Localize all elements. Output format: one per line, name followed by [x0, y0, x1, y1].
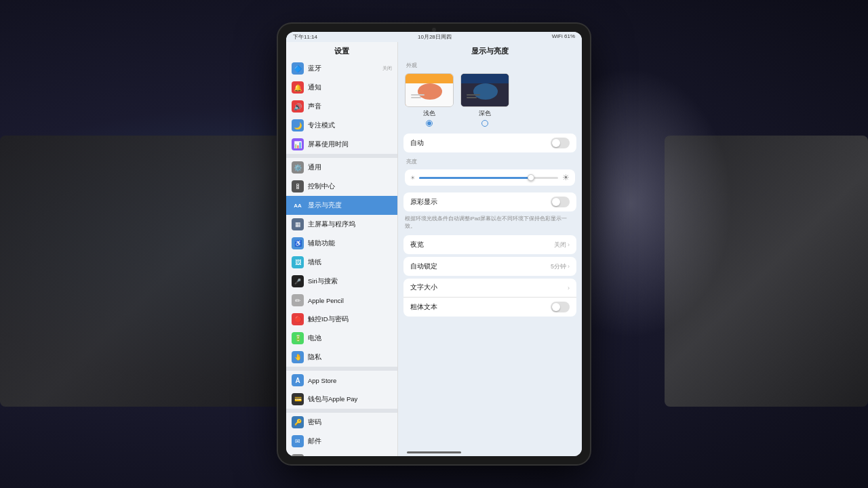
mail-icon: ✉ [292, 435, 304, 447]
brightness-fill [419, 177, 530, 179]
sidebar-item-screen-time[interactable]: 📊 屏幕使用时间 [286, 135, 397, 154]
bold-text-toggle[interactable] [551, 302, 570, 312]
apple-pencil-label: Apple Pencil [308, 297, 392, 304]
dark-preview [460, 73, 509, 107]
true-tone-toggle[interactable] [551, 197, 570, 207]
control-center-icon: 🎛 [292, 180, 304, 192]
sidebar-item-siri[interactable]: 🎤 Siri与搜索 [286, 272, 397, 291]
bluetooth-label: 蓝牙 [308, 64, 378, 73]
sidebar-item-touch-id[interactable]: 🔴 触控ID与密码 [286, 310, 397, 329]
auto-lock-row[interactable]: 自动锁定 5分钟 › [403, 257, 576, 276]
sidebar-item-contacts[interactable]: 📋 通讯录 [286, 451, 397, 456]
appearance-light-card[interactable]: 浅色 [405, 73, 454, 127]
appearance-section-label: 外观 [398, 59, 582, 70]
sidebar-item-privacy[interactable]: 🤚 隐私 [286, 348, 397, 367]
auto-row: 自动 [403, 134, 576, 152]
sidebar[interactable]: 设置 🔷 蓝牙 关闭 🔔 通知 🔊 声音 🌙 专注模式 [286, 42, 398, 456]
sidebar-item-control-center[interactable]: 🎛 控制中心 [286, 177, 397, 196]
bluetooth-icon: 🔷 [292, 62, 304, 75]
siri-label: Siri与搜索 [308, 277, 392, 286]
bg-keyboard-right [665, 136, 868, 407]
ipad-screen: 下午11:14 10月28日周四 WiFi 61% 设置 🔷 蓝牙 关闭 🔔 [286, 32, 582, 456]
auto-label: 自动 [410, 139, 424, 148]
text-size-chevron: › [568, 285, 570, 291]
brightness-thumb[interactable] [528, 174, 534, 181]
auto-toggle[interactable] [551, 138, 570, 148]
night-shift-label: 夜览 [410, 241, 424, 249]
text-size-label: 文字大小 [410, 283, 437, 292]
night-shift-chevron: › [568, 241, 570, 248]
bluetooth-value: 关闭 [382, 65, 392, 72]
siri-icon: 🎤 [292, 275, 304, 287]
app-store-label: App Store [308, 377, 392, 384]
light-preview [405, 73, 454, 107]
control-center-label: 控制中心 [308, 182, 392, 191]
sidebar-item-notifications[interactable]: 🔔 通知 [286, 78, 397, 97]
accessibility-icon: ♿ [292, 237, 304, 249]
apple-pencil-icon: ✏ [292, 294, 304, 306]
sidebar-item-wallet[interactable]: 💳 钱包与Apple Pay [286, 390, 397, 409]
sidebar-item-battery[interactable]: 🔋 电池 [286, 329, 397, 348]
true-tone-label: 原彩显示 [410, 198, 437, 207]
sidebar-item-mail[interactable]: ✉ 邮件 [286, 432, 397, 451]
svg-rect-11 [467, 97, 477, 98]
sidebar-item-sounds[interactable]: 🔊 声音 [286, 97, 397, 116]
sidebar-item-bluetooth[interactable]: 🔷 蓝牙 关闭 [286, 59, 397, 78]
display-label: 显示与亮度 [308, 201, 392, 210]
passwords-label: 密码 [308, 418, 392, 427]
sidebar-item-focus[interactable]: 🌙 专注模式 [286, 116, 397, 135]
bold-text-label: 粗体文本 [410, 303, 437, 312]
notifications-icon: 🔔 [292, 81, 304, 94]
auto-lock-value: 5分钟 › [551, 262, 570, 271]
wallpaper-label: 墙纸 [308, 258, 392, 267]
sidebar-item-app-store[interactable]: A App Store [286, 371, 397, 390]
sidebar-item-accessibility[interactable]: ♿ 辅助功能 [286, 234, 397, 253]
auto-lock-label: 自动锁定 [410, 262, 437, 271]
sidebar-title: 设置 [286, 42, 397, 59]
home-screen-label: 主屏幕与程序坞 [308, 220, 392, 229]
accessibility-label: 辅助功能 [308, 239, 392, 248]
battery-icon: 🔋 [292, 332, 304, 344]
status-bar: 下午11:14 10月28日周四 WiFi 61% [286, 32, 582, 42]
passwords-icon: 🔑 [292, 416, 304, 428]
text-size-row[interactable]: 文字大小 › [403, 279, 576, 298]
bold-text-row: 粗体文本 [403, 298, 576, 317]
contacts-icon: 📋 [292, 454, 304, 456]
sidebar-item-wallpaper[interactable]: 🖼 墙纸 [286, 253, 397, 272]
light-card-label: 浅色 [423, 109, 435, 118]
battery-label: 电池 [308, 334, 392, 343]
auto-lock-chevron: › [568, 263, 570, 270]
screen-content: 设置 🔷 蓝牙 关闭 🔔 通知 🔊 声音 🌙 专注模式 [286, 42, 582, 456]
night-shift-row[interactable]: 夜览 关闭 › [403, 235, 576, 254]
sounds-label: 声音 [308, 102, 392, 111]
display-icon: AA [292, 199, 304, 211]
appearance-dark-card[interactable]: 深色 [460, 73, 509, 127]
app-store-icon: A [292, 374, 304, 386]
true-tone-row: 原彩显示 [403, 192, 576, 211]
dark-preview-svg [461, 74, 509, 107]
sidebar-item-display[interactable]: AA 显示与亮度 [286, 196, 397, 215]
sidebar-item-passwords[interactable]: 🔑 密码 [286, 413, 397, 432]
sounds-icon: 🔊 [292, 100, 304, 113]
brightness-track[interactable] [419, 177, 558, 179]
touch-id-icon: 🔴 [292, 313, 304, 325]
sidebar-item-general[interactable]: ⚙️ 通用 [286, 158, 397, 177]
focus-icon: 🌙 [292, 119, 304, 131]
wallet-icon: 💳 [292, 393, 304, 405]
night-shift-value: 关闭 › [554, 241, 570, 249]
dark-radio[interactable] [481, 120, 488, 127]
svg-rect-10 [467, 94, 480, 96]
appearance-section: 浅色 [398, 70, 582, 131]
brightness-row: ☀ ☀ [398, 167, 582, 190]
light-radio[interactable] [426, 120, 433, 127]
sidebar-item-home-screen[interactable]: ▦ 主屏幕与程序坞 [286, 215, 397, 234]
text-settings-group: 文字大小 › 粗体文本 [403, 279, 576, 317]
auto-group: 自动 [403, 134, 576, 152]
svg-rect-1 [406, 74, 454, 83]
brightness-section-label: 亮度 [398, 155, 582, 167]
wifi-icon: WiFi [552, 33, 564, 39]
svg-rect-4 [411, 94, 425, 96]
brightness-min-icon: ☀ [410, 175, 415, 181]
true-tone-description: 根据环境光线条件自动调整iPad屏幕以在不同环境下保持色彩显示一致。 [398, 214, 582, 232]
sidebar-item-apple-pencil[interactable]: ✏ Apple Pencil [286, 291, 397, 310]
